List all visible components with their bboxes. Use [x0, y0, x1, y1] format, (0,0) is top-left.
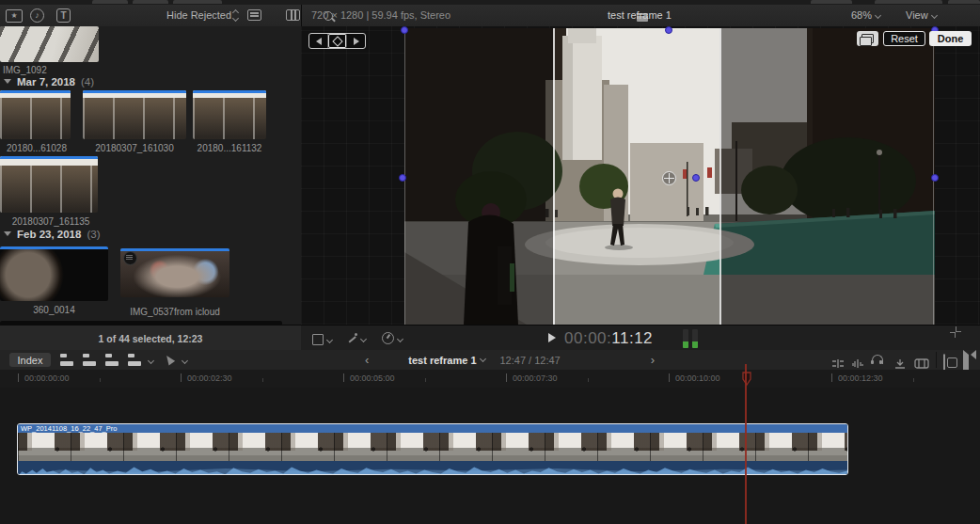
ruler-label: 00:00:12:30 — [838, 373, 883, 383]
overwrite-edit-icon[interactable] — [128, 354, 142, 366]
retime-menu[interactable] — [382, 331, 403, 348]
index-button[interactable]: Index — [9, 353, 51, 367]
timeline-pane: Index ‹ test reframe 1 12:47 / 12:47 › — [0, 350, 980, 524]
titles-generators-sidebar-icon[interactable]: T — [56, 8, 71, 23]
cutoff-button — [948, 0, 980, 4]
transform-crop-menu[interactable] — [312, 332, 332, 349]
insert-edit-icon[interactable] — [83, 354, 97, 366]
enhancements-menu[interactable] — [346, 331, 366, 348]
favorite-line — [0, 90, 71, 93]
reset-button[interactable]: Reset — [883, 31, 925, 46]
favorite-line — [83, 90, 186, 93]
project-menu-chevron-icon[interactable] — [479, 356, 485, 362]
clip-audio-waveform — [18, 461, 847, 475]
next-keyframe-button[interactable] — [347, 34, 365, 48]
clip-label: 360_0014 — [0, 305, 108, 315]
media-sidebar-icon[interactable]: ★ — [6, 9, 23, 23]
crop-icon — [312, 334, 324, 345]
clip-label: 20180307_161030 — [83, 143, 186, 153]
final-cut-pro-window: ★ ♪ T Hide Rejected 720 × 1280 | 59.94 f… — [0, 0, 980, 524]
clip-label: 20180307_161135 — [0, 216, 102, 227]
ruler-label: 00:00:10:00 — [675, 373, 720, 383]
favorite-line — [120, 248, 229, 251]
ruler-label: 00:00:00:00 — [24, 373, 70, 383]
playhead-grip-icon[interactable] — [742, 372, 751, 386]
clip-label: IMG_0537from icloud — [113, 307, 237, 317]
audio-meter-right — [692, 329, 698, 348]
audio-meter-left — [683, 329, 688, 348]
tool-menu-chevron-icon[interactable] — [182, 357, 188, 364]
date-group-header[interactable]: Mar 7, 2018(4) — [4, 76, 94, 87]
playhead-line[interactable] — [745, 364, 747, 524]
filter-updown-chevron-icon[interactable] — [233, 10, 238, 21]
viewer-project-title: test reframe 1 — [608, 9, 672, 21]
ruler-label: 00:00:02:30 — [187, 373, 232, 383]
reframe-handle[interactable] — [401, 26, 408, 34]
event-browser: IMG_1092 Mar 7, 2018(4) 20180...61028 20… — [0, 26, 302, 325]
cutoff-button — [811, 0, 852, 4]
viewer-transport-bar: 00:00:11:12 — [301, 325, 980, 351]
clip-thumbnail[interactable] — [120, 248, 229, 297]
clip-thumbnail[interactable] — [0, 90, 71, 139]
list-view-icon[interactable] — [247, 9, 261, 21]
viewer-zoom-dropdown[interactable]: 68% — [851, 9, 880, 21]
connect-edit-icon[interactable] — [60, 354, 74, 366]
clip-thumbnail[interactable] — [0, 156, 98, 213]
retime-gauge-icon — [382, 332, 394, 344]
viewer-canvas: Reset Done — [301, 26, 980, 325]
reframe-handle[interactable] — [931, 174, 939, 182]
project-switcher: ‹ test reframe 1 12:47 / 12:47 › — [365, 350, 655, 370]
clip-format-info: 720 × 1280 | 59.94 fps, Stereo — [311, 9, 450, 21]
crop-boundary-right[interactable] — [719, 28, 721, 325]
spherical-360-badge-icon — [123, 251, 137, 265]
previous-project-button[interactable]: ‹ — [365, 353, 369, 367]
crop-boundary-left[interactable] — [553, 28, 555, 325]
clip-thumbnail[interactable] — [0, 246, 108, 301]
cutoff-button — [133, 0, 168, 4]
overlay-rects-icon — [861, 34, 874, 43]
dimmed-region-left — [404, 28, 553, 325]
disclosure-triangle-icon[interactable] — [4, 231, 11, 236]
reframe-center-target-icon[interactable] — [662, 171, 676, 185]
keyframe-nav-group — [308, 33, 366, 49]
timeline-clip[interactable]: WP_20141108_16_22_47_Pro — [17, 423, 848, 475]
clip-filmstrip — [18, 433, 847, 461]
timeline-ruler[interactable]: 00:00:00:00 00:00:02:30 00:00:05:00 00:0… — [0, 370, 980, 388]
done-button[interactable]: Done — [929, 31, 972, 46]
reframe-handle[interactable] — [692, 174, 700, 182]
photos-audio-sidebar-icon[interactable]: ♪ — [30, 8, 44, 23]
reframe-handle[interactable] — [399, 174, 406, 182]
clip-thumbnail[interactable] — [193, 90, 266, 139]
edit-options-chevron-icon[interactable] — [148, 357, 154, 364]
viewer-view-dropdown[interactable]: View — [906, 9, 937, 21]
filmstrip-view-icon[interactable] — [286, 9, 300, 21]
dimmed-region-right — [719, 28, 935, 325]
previous-keyframe-button[interactable] — [309, 34, 328, 48]
main-toolbar: ★ ♪ T Hide Rejected 720 × 1280 | 59.94 f… — [0, 5, 980, 27]
disclosure-triangle-icon[interactable] — [4, 79, 11, 84]
selection-status-text: 1 of 44 selected, 12:23 — [99, 333, 203, 344]
ruler-label: 00:00:05:00 — [350, 373, 395, 383]
overlay-mode-button[interactable] — [857, 31, 878, 46]
right-arrow-icon — [354, 38, 359, 45]
date-group-header[interactable]: Feb 23, 2018(3) — [4, 229, 100, 240]
next-project-button[interactable]: › — [651, 353, 655, 367]
cutoff-button — [875, 0, 942, 4]
append-edit-icon[interactable] — [105, 354, 119, 366]
clip-label: 20180...161132 — [186, 143, 273, 153]
magic-wand-icon — [346, 333, 357, 344]
clip-filter-dropdown[interactable]: Hide Rejected — [166, 9, 231, 21]
reframe-handle[interactable] — [665, 26, 672, 34]
left-arrow-icon — [316, 38, 322, 45]
clip-thumbnail[interactable] — [83, 90, 186, 139]
project-duration: 12:47 / 12:47 — [500, 355, 561, 366]
clip-thumbnail[interactable] — [0, 26, 99, 62]
favorite-line — [0, 156, 98, 159]
timeline-clip-name: WP_20141108_16_22_47_Pro — [18, 424, 847, 433]
timeline-project-name[interactable]: test reframe 1 — [408, 355, 476, 366]
select-tool-icon[interactable] — [164, 354, 175, 366]
play-button[interactable] — [548, 333, 556, 342]
timecode-display[interactable]: 00:00:11:12 — [564, 329, 653, 348]
add-keyframe-button[interactable] — [328, 34, 347, 48]
ruler-label: 00:00:07:30 — [513, 373, 558, 383]
